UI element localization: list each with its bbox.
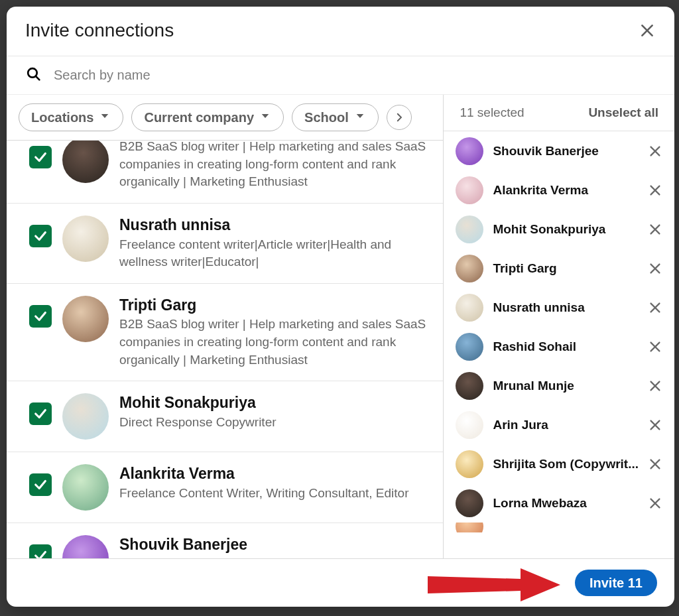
avatar — [456, 176, 483, 204]
selected-name: Mrunal Munje — [493, 379, 639, 393]
selected-row-partial — [444, 523, 674, 532]
avatar — [456, 411, 483, 439]
connection-checkbox[interactable] — [29, 146, 52, 168]
connection-checkbox[interactable] — [29, 225, 52, 247]
connection-text: Shouvik BanerjeeAuthor || Ghostwriter ||… — [119, 535, 427, 558]
selected-name: Shrijita Som (Copywrit... — [493, 457, 639, 471]
connection-row[interactable]: Nusrath unnisaFreelance content writer|A… — [7, 203, 443, 283]
scroll-filters-right[interactable] — [387, 105, 412, 130]
connection-desc: Freelance Content Writer, Writing Consul… — [119, 485, 427, 503]
remove-icon[interactable] — [648, 183, 662, 198]
filter-locations[interactable]: Locations — [19, 103, 123, 131]
connection-checkbox[interactable] — [29, 402, 52, 425]
selected-count: 11 selected — [460, 105, 524, 120]
connection-text: Alankrita VermaFreelance Content Writer,… — [119, 464, 427, 502]
remove-icon[interactable] — [648, 379, 662, 393]
avatar — [456, 137, 483, 165]
avatar — [456, 489, 483, 517]
connection-desc: Direct Response Copywriter — [119, 414, 427, 432]
selected-list[interactable]: Shouvik BanerjeeAlankrita VermaMohit Son… — [444, 131, 674, 558]
connection-desc: B2B SaaS blog writer | Help marketing an… — [119, 316, 427, 369]
selected-row: Rashid Sohail — [444, 327, 674, 366]
avatar — [62, 296, 109, 342]
remove-icon[interactable] — [648, 457, 662, 471]
search-row — [7, 56, 674, 95]
remove-icon[interactable] — [648, 261, 662, 276]
selected-header: 11 selected Unselect all — [444, 95, 674, 131]
remove-icon[interactable] — [648, 418, 662, 432]
search-input[interactable] — [54, 68, 652, 83]
avatar — [62, 393, 109, 440]
connection-text: B2B SaaS blog writer | Help marketing an… — [119, 141, 427, 191]
selected-row: Tripti Garg — [444, 249, 674, 288]
caret-down-icon — [354, 110, 366, 125]
selected-row: Arin Jura — [444, 405, 674, 444]
avatar — [456, 294, 483, 322]
filter-company-label: Current company — [144, 110, 254, 125]
selected-row: Shrijita Som (Copywrit... — [444, 444, 674, 483]
connection-desc: B2B SaaS blog writer | Help marketing an… — [119, 141, 427, 191]
connection-row[interactable]: B2B SaaS blog writer | Help marketing an… — [7, 141, 443, 203]
avatar — [62, 216, 109, 262]
selected-row: Lorna Mwebaza — [444, 483, 674, 523]
connection-desc: Freelance content writer|Article writer|… — [119, 236, 427, 271]
selected-name: Rashid Sohail — [493, 339, 639, 354]
connection-row[interactable]: Tripti GargB2B SaaS blog writer | Help m… — [7, 283, 443, 381]
connection-name: Mohit Sonakpuriya — [119, 393, 427, 412]
connection-checkbox[interactable] — [29, 544, 52, 558]
modal-footer: Invite 11 — [7, 558, 674, 607]
connection-checkbox[interactable] — [29, 473, 52, 496]
connection-text: Nusrath unnisaFreelance content writer|A… — [119, 216, 427, 271]
caret-down-icon — [99, 110, 111, 125]
avatar — [456, 216, 483, 243]
selected-row: Shouvik Banerjee — [444, 131, 674, 170]
invite-button[interactable]: Invite 11 — [575, 570, 657, 596]
connection-checkbox[interactable] — [29, 305, 52, 328]
selected-row: Nusrath unnisa — [444, 288, 674, 327]
selected-name: Arin Jura — [493, 418, 639, 432]
avatar — [62, 464, 109, 511]
svg-line-3 — [36, 76, 40, 80]
selected-name: Alankrita Verma — [493, 183, 639, 198]
selected-name: Tripti Garg — [493, 261, 639, 276]
connection-name: Shouvik Banerjee — [119, 535, 427, 554]
connection-name: Alankrita Verma — [119, 464, 427, 483]
avatar — [62, 141, 109, 183]
filter-locations-label: Locations — [31, 110, 93, 125]
avatar — [62, 535, 109, 558]
selected-name: Nusrath unnisa — [493, 300, 639, 315]
remove-icon[interactable] — [648, 222, 662, 237]
connection-row[interactable]: Mohit SonakpuriyaDirect Response Copywri… — [7, 381, 443, 452]
remove-icon[interactable] — [648, 144, 662, 158]
connections-column: Locations Current company School — [7, 95, 444, 558]
modal-body: Locations Current company School — [7, 95, 674, 558]
modal-header: Invite connections — [7, 7, 674, 56]
connection-row[interactable]: Alankrita VermaFreelance Content Writer,… — [7, 452, 443, 523]
remove-icon[interactable] — [648, 496, 662, 511]
selected-column: 11 selected Unselect all Shouvik Banerje… — [444, 95, 674, 558]
caret-down-icon — [259, 110, 271, 125]
filter-school[interactable]: School — [292, 103, 379, 131]
connections-list[interactable]: B2B SaaS blog writer | Help marketing an… — [7, 141, 443, 558]
remove-icon[interactable] — [648, 300, 662, 315]
unselect-all-button[interactable]: Unselect all — [588, 105, 658, 120]
connection-text: Tripti GargB2B SaaS blog writer | Help m… — [119, 296, 427, 369]
filter-school-label: School — [304, 110, 349, 125]
avatar — [456, 523, 483, 532]
avatar — [456, 333, 483, 361]
invite-connections-modal: Invite connections Locations — [7, 7, 674, 607]
remove-icon[interactable] — [648, 339, 662, 354]
selected-row: Mohit Sonakpuriya — [444, 210, 674, 249]
connection-text: Mohit SonakpuriyaDirect Response Copywri… — [119, 393, 427, 431]
connection-name: Tripti Garg — [119, 296, 427, 315]
avatar — [456, 372, 483, 400]
close-icon[interactable] — [639, 22, 656, 39]
connection-row[interactable]: Shouvik BanerjeeAuthor || Ghostwriter ||… — [7, 523, 443, 558]
filter-current-company[interactable]: Current company — [131, 103, 284, 131]
avatar — [456, 450, 483, 478]
selected-name: Mohit Sonakpuriya — [493, 222, 639, 237]
connection-name: Nusrath unnisa — [119, 216, 427, 235]
filters-bar: Locations Current company School — [7, 95, 443, 141]
selected-row: Alankrita Verma — [444, 170, 674, 210]
selected-row: Mrunal Munje — [444, 366, 674, 405]
